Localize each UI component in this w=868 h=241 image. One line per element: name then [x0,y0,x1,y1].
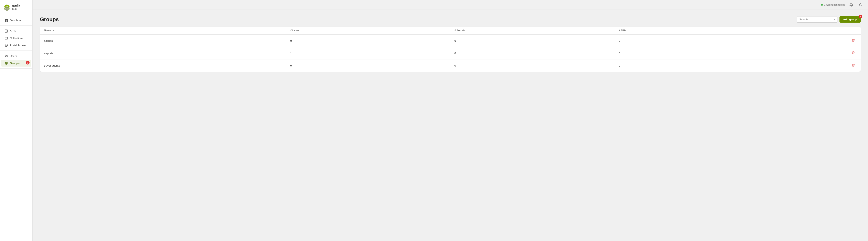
sidebar-item-users-label: Users [10,55,17,58]
row-name: airlines [40,35,286,47]
svg-point-15 [860,3,861,5]
sidebar-item-dashboard[interactable]: Dashboard [1,17,31,24]
sidebar-item-collections[interactable]: Collections [1,35,31,41]
dashboard-icon [4,19,8,22]
page-header: Groups ✕ Add group 2 [40,16,861,23]
row-apis: 0 [615,60,779,72]
svg-point-11 [6,55,7,56]
svg-rect-8 [5,37,7,39]
notifications-button[interactable] [848,2,854,8]
logo-hub: hub [12,7,20,10]
row-actions [779,35,861,47]
trash-icon [852,64,855,67]
row-apis: 0 [615,47,779,60]
collections-icon [4,36,8,40]
portal-icon [4,43,8,47]
trash-icon [852,39,855,42]
sidebar-item-groups[interactable]: Groups 1 [1,60,31,67]
add-group-badge: 2 [859,15,862,18]
sidebar-section-api: APIs Collections Portal Access [0,26,32,51]
row-actions [779,47,861,60]
svg-rect-14 [6,64,7,65]
col-header-actions [779,27,861,35]
logo: træfik hub [0,0,32,15]
sidebar-section-users: Users Groups 1 [0,51,32,69]
user-menu-button[interactable] [858,2,863,8]
row-apis: 0 [615,35,779,47]
svg-rect-5 [5,20,6,22]
svg-rect-3 [5,19,6,20]
delete-group-button[interactable] [850,63,857,68]
col-header-portals: # Portals [450,27,615,35]
col-header-apis: # APIs [615,27,779,35]
logo-traefik: træfik [12,4,20,7]
row-name: travel-agents [40,60,286,72]
user-icon [859,3,862,7]
col-header-name: Name ▲ [40,27,286,35]
svg-point-10 [5,55,6,56]
add-group-button[interactable]: Add group 2 [839,16,861,23]
table-header-row: Name ▲ # Users # Portals # APIs [40,27,861,35]
table-row: airports 1 0 0 [40,47,861,60]
search-input[interactable] [797,16,837,23]
logo-icon [3,4,10,11]
header-actions: ✕ Add group 2 [797,16,861,23]
row-portals: 0 [450,47,615,60]
table-row: travel-agents 0 0 0 [40,60,861,72]
agent-dot [821,4,823,6]
sidebar-item-apis-label: APIs [10,30,16,33]
page-title: Groups [40,16,59,23]
delete-group-button[interactable] [850,38,857,43]
sidebar-item-collections-label: Collections [10,37,23,40]
name-sort-icon[interactable]: ▲ [53,30,55,32]
agent-status-text: 1 Agent connected [824,3,845,6]
row-portals: 0 [450,60,615,72]
row-users: 0 [286,60,450,72]
trash-icon [852,51,855,54]
svg-rect-4 [6,19,8,20]
agent-status: 1 Agent connected [821,3,845,6]
row-users: 1 [286,47,450,60]
search-box: ✕ [797,16,837,23]
topbar: 1 Agent connected [33,0,868,10]
sidebar-item-groups-label: Groups [10,62,20,65]
search-clear-button[interactable]: ✕ [833,18,836,21]
users-icon [4,54,8,58]
sidebar-section-main: Dashboard [0,15,32,26]
groups-icon [4,62,8,65]
delete-group-button[interactable] [850,50,857,56]
svg-rect-6 [6,20,8,22]
api-icon [4,29,8,33]
row-portals: 0 [450,35,615,47]
main-area: 1 Agent connected Groups ✕ Add group 2 [33,0,868,241]
groups-table: Name ▲ # Users # Portals # APIs airlines… [40,27,861,72]
sidebar-item-portal-access[interactable]: Portal Access [1,42,31,49]
row-name: airports [40,47,286,60]
bell-icon [849,3,853,7]
sidebar-item-dashboard-label: Dashboard [10,19,23,22]
sidebar-item-apis[interactable]: APIs [1,28,31,34]
table-row: airlines 0 0 0 [40,35,861,47]
page-content: Groups ✕ Add group 2 Name ▲ [33,10,868,241]
groups-table-container: Name ▲ # Users # Portals # APIs airlines… [40,27,861,72]
col-header-users: # Users [286,27,450,35]
table-body: airlines 0 0 0 airports 1 0 0 [40,35,861,72]
table-header: Name ▲ # Users # Portals # APIs [40,27,861,35]
row-actions [779,60,861,72]
groups-badge: 1 [26,61,30,65]
sidebar-item-portal-access-label: Portal Access [10,44,27,47]
sidebar: træfik hub Dashboard APIs Collections [0,0,33,241]
row-users: 0 [286,35,450,47]
sidebar-item-users[interactable]: Users [1,53,31,60]
